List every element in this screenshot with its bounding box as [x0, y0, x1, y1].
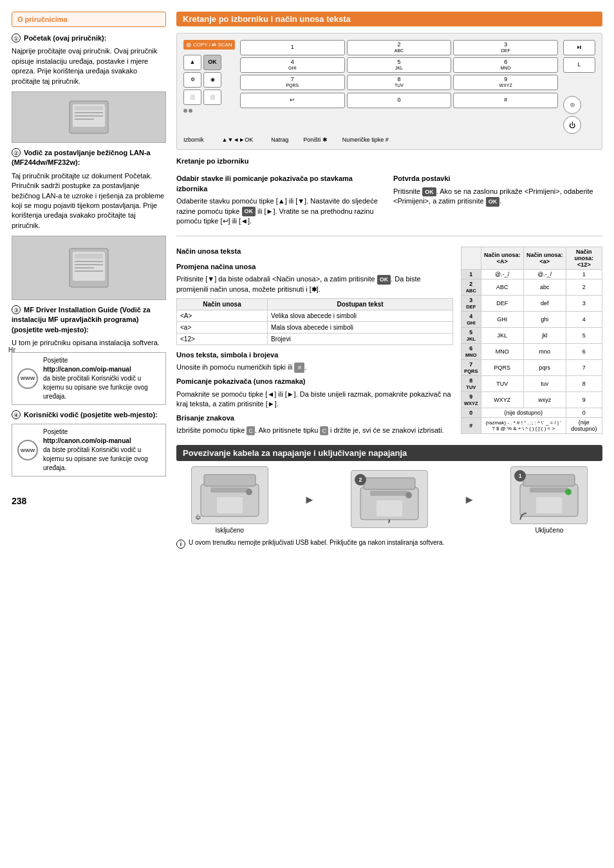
page-number: 238 — [12, 496, 166, 506]
brisanje-title: Brisanje znakova — [176, 413, 453, 423]
key-1[interactable]: 1 — [240, 40, 345, 55]
label-isklj: Isključeno — [215, 527, 243, 534]
key-back[interactable]: ↩ — [240, 93, 345, 108]
svg-rect-19 — [364, 478, 415, 489]
item-num-2: ② — [12, 148, 21, 157]
char-col-12: Način unosa:<12> — [566, 247, 602, 270]
char-row-5: 5JKL JKL jkl 5 — [461, 328, 602, 344]
key-ok[interactable]: OK — [203, 55, 221, 70]
label-natrag: Natrag — [271, 137, 288, 143]
www-icon-3: WWW — [17, 368, 38, 389]
www-text-4: Posjetite http://canon.com/oip-manual da… — [43, 428, 160, 473]
char-table-container: Način unosa:<A> Način unosa:<a> Način un… — [461, 241, 602, 439]
svg-rect-11 — [75, 267, 94, 269]
clear-btn-2: C — [320, 426, 328, 436]
char-row-1: 1 @.-_/ @.-_/ 1 — [461, 270, 602, 279]
device-image-2 — [12, 236, 166, 300]
led-1 — [183, 109, 187, 113]
printer-on: 1 — [510, 466, 588, 524]
item-title-3: MF Driver Installation Guide (Vodič za i… — [12, 306, 151, 334]
key-nav-circle[interactable]: ◎ — [563, 96, 581, 114]
key-toner[interactable]: ◉ — [203, 72, 221, 88]
section-header: O priručnicima — [17, 15, 160, 23]
led-2 — [189, 109, 192, 113]
left-column: O priručnicima ① Početak (ovaj priručnik… — [12, 12, 166, 549]
label-numericke: Numeričke tipke # — [342, 137, 389, 143]
input-row-A: <A> Velika slova abecede i simboli — [177, 310, 453, 321]
star-icon: ✱ — [312, 285, 317, 294]
svg-rect-22 — [377, 500, 402, 516]
col-nacin: Način unosa — [177, 298, 268, 310]
label-uklj: Uključeno — [535, 527, 563, 534]
svg-rect-26 — [530, 487, 568, 493]
svg-rect-8 — [75, 254, 103, 259]
device-image-1 — [12, 91, 166, 143]
key-3[interactable]: 3DEF — [453, 40, 558, 55]
key-power[interactable]: ⏻ — [563, 116, 581, 134]
language-badge: Hr — [8, 346, 15, 354]
www-url-3[interactable]: http://canon.com/oip-manual — [43, 366, 131, 373]
key-7[interactable]: 7PQRS — [240, 75, 345, 90]
char-row-4: 4GHI GHI ghi 4 — [461, 312, 602, 328]
char-row-7: 7PQRS PQRS pqrs 7 — [461, 360, 602, 376]
keyboard-diagram: ⊛ COPY / ⇄ SCAN ▲ OK ⚙ ◉ ⬜ — [176, 33, 602, 150]
connect-title: Povezivanje kabela za napajanje i uključ… — [176, 445, 602, 461]
key-scan[interactable]: ⬜ — [203, 90, 221, 105]
ok-badge-2: OK — [422, 187, 436, 197]
footer-note: i U ovom trenutku nemojte priključivati … — [176, 539, 602, 549]
www-text-3: Posjetite http://canon.com/oip-manual da… — [43, 356, 160, 401]
char-row-0: 0 (nije dostupno) 0 — [461, 408, 602, 418]
kretanje-title: Kretanje po izborniku — [176, 156, 602, 166]
right-column: Kretanje po izborniku i način unosa teks… — [176, 12, 602, 549]
off-symbol: ⏻ — [195, 514, 200, 520]
key-2[interactable]: 2ABC — [347, 40, 452, 55]
key-copy[interactable]: ⬜ — [183, 90, 201, 105]
char-col-A: Način unosa:<A> — [481, 247, 523, 270]
item-body-1: Najprije pročitajte ovaj priručnik. Ovaj… — [12, 46, 166, 86]
www-url-4[interactable]: http://canon.com/oip-manual — [43, 437, 131, 444]
svg-rect-20 — [370, 491, 409, 496]
kretanje-left: Odabir stavke ili pomicanje pokazivača p… — [176, 169, 386, 229]
nacin-unosa-section: Način unosa teksta Promjena načina unosa… — [176, 241, 602, 439]
svg-rect-25 — [523, 475, 575, 486]
printer-on-container: 1 Uključeno — [510, 466, 588, 534]
key-pause[interactable]: ⏯ — [563, 40, 595, 55]
key-setting[interactable]: ⚙ — [183, 72, 201, 88]
key-0[interactable]: 0 — [347, 93, 452, 108]
arrow-1: ► — [304, 493, 315, 507]
svg-point-16 — [246, 489, 252, 495]
char-col-key — [461, 247, 481, 270]
promjena-body: Pritisnite [▼] da biste odabrali <Način … — [176, 274, 453, 294]
item-num-3: ③ — [12, 305, 21, 314]
svg-rect-28 — [536, 497, 562, 513]
key-4[interactable]: 4GHI — [240, 57, 345, 73]
manual-item-2: ② Vodič za postavljanje bežičnog LAN-a (… — [12, 148, 166, 300]
char-table: Način unosa:<A> Način unosa:<a> Način un… — [461, 247, 602, 434]
ok-badge-1: OK — [242, 207, 256, 216]
www-box-3: WWW Posjetite http://canon.com/oip-manua… — [12, 352, 166, 405]
key-9[interactable]: 9WXYZ — [453, 75, 558, 90]
kretanje-section: Kretanje po izborniku Odabir stavke ili … — [176, 156, 602, 229]
char-row-8: 8TUV TUV tuv 8 — [461, 376, 602, 392]
item-body-3: U tom je priručniku opisana instalacija … — [12, 338, 166, 348]
unos-title: Unos teksta, simbola i brojeva — [176, 350, 453, 360]
key-hash[interactable]: # — [453, 93, 558, 108]
divider-1 — [176, 236, 602, 236]
label-nav: ▲▼◄►OK — [222, 137, 254, 143]
key-6[interactable]: 6MNO — [453, 57, 558, 73]
svg-rect-15 — [210, 487, 249, 493]
svg-rect-12 — [75, 270, 103, 272]
svg-rect-9 — [75, 261, 103, 262]
key-l[interactable]: L — [563, 57, 595, 73]
key-8[interactable]: 8TUV — [347, 75, 452, 90]
printer-cable-container: 2 — [351, 470, 428, 531]
pomicanje-body: Pomaknite se pomoću tipke [◄] ili [►]. D… — [176, 390, 453, 410]
char-row-9: 9WXYZ WXYZ wxyz 9 — [461, 392, 602, 408]
potvrda-body: Pritisnite OK. Ako se na zaslonu prikaže… — [393, 187, 602, 207]
key-5[interactable]: 5JKL — [347, 57, 452, 73]
item-num-1: ① — [12, 33, 21, 42]
item-body-2: Taj priručnik pročitajte uz dokument Poč… — [12, 171, 166, 231]
ok-badge-4: OK — [377, 275, 391, 285]
key-up[interactable]: ▲ — [183, 55, 201, 70]
potvrda-title: Potvrda postavki — [393, 174, 602, 184]
